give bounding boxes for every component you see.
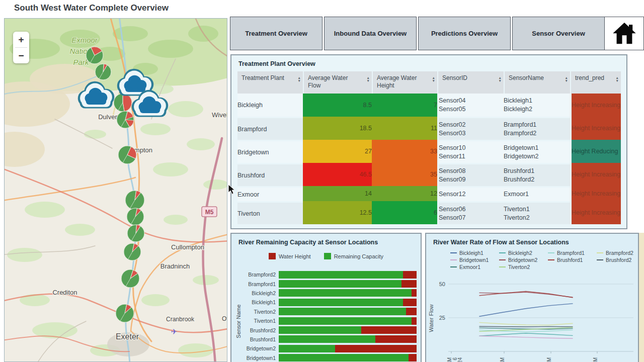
sensor-pie-marker[interactable] bbox=[127, 225, 144, 242]
column-header-treatment-plant[interactable]: ▲▼Treatment Plant bbox=[237, 71, 303, 94]
cell-sensor-names: Tiverton1Tiverton2 bbox=[504, 201, 570, 224]
cell-sensor-names: Bridgetown1Bridgetown2 bbox=[504, 140, 570, 163]
flow-chart-plot: 255012 AMAug 62406 AM12 PM06 PMWater Flo… bbox=[427, 278, 638, 362]
table-row-exmoor: Exmoor1412Sensor12Exmoor1Height Increasi… bbox=[237, 186, 621, 201]
sensor-pie-marker[interactable] bbox=[114, 94, 132, 112]
cell-avg-water-flow: 8.5 bbox=[303, 94, 372, 117]
zoom-out-button[interactable]: − bbox=[13, 48, 29, 63]
svg-text:12 AM: 12 AM bbox=[447, 357, 452, 362]
legend-item-bridgetown2[interactable]: Bridgetown2 bbox=[499, 257, 548, 263]
capacity-bars: Brampford2Brampford1Bickleigh2Bickleigh1… bbox=[231, 270, 421, 362]
legend-line-swatch bbox=[499, 252, 506, 253]
flow-chart-panel: River Water Rate of Flow at Sensor Locat… bbox=[425, 233, 639, 362]
tab-inbound-data-overview[interactable]: Inbound Data Overview bbox=[324, 17, 417, 50]
column-header-sensorname[interactable]: ▲▼SensorName bbox=[504, 71, 570, 94]
tab-predictions-overview[interactable]: Predictions Overview bbox=[418, 17, 511, 50]
home-icon bbox=[611, 21, 637, 47]
nav-tabs: Treatment OverviewInbound Data OverviewP… bbox=[230, 17, 605, 50]
map-canvas[interactable]: ExmoorNationalParkDulvertonWiveliscombeB… bbox=[5, 19, 227, 362]
cell-avg-water-height: 6 bbox=[372, 201, 437, 224]
stacked-bar[interactable] bbox=[279, 271, 417, 279]
mouse-cursor bbox=[227, 184, 238, 196]
tab-treatment-overview[interactable]: Treatment Overview bbox=[230, 17, 323, 50]
line-series-bickleigh1 bbox=[479, 304, 573, 316]
legend-item-bickleigh1[interactable]: Bickleigh1 bbox=[450, 250, 499, 256]
sensor-pie-marker[interactable] bbox=[95, 64, 111, 80]
remaining-capacity-segment bbox=[279, 354, 409, 361]
capacity-y-axis-label: Sensor Name bbox=[235, 291, 242, 351]
sort-icon: ▲▼ bbox=[367, 76, 370, 82]
tab-sensor-overview[interactable]: Sensor Overview bbox=[512, 17, 605, 50]
capacity-chart-legend: Water HeightRemaining Capacity bbox=[231, 253, 421, 259]
page-title: South West Water Complete Overview bbox=[14, 3, 169, 13]
legend-line-swatch bbox=[499, 259, 506, 260]
stacked-bar[interactable] bbox=[279, 345, 417, 352]
legend-item-tiverton2[interactable]: Tiverton2 bbox=[499, 264, 548, 270]
column-header-average-water-height[interactable]: ▲▼Average Water Height bbox=[372, 71, 437, 94]
stacked-bar[interactable] bbox=[279, 299, 417, 306]
sort-icon: ▲▼ bbox=[298, 76, 301, 82]
cell-plant: Bridgetown bbox=[237, 140, 303, 163]
column-header-trend-pred[interactable]: ▲▼trend_pred bbox=[570, 71, 621, 94]
legend-item-brampford2[interactable]: Brampford2 bbox=[597, 250, 644, 256]
sensor-pie-marker[interactable] bbox=[116, 304, 134, 322]
bar-row-brushford1: Brushford1 bbox=[231, 335, 421, 344]
stacked-bar[interactable] bbox=[279, 354, 417, 361]
stacked-bar[interactable] bbox=[279, 308, 417, 315]
column-header-average-water-flow[interactable]: ▲▼Average Water Flow bbox=[303, 71, 372, 94]
legend-item-brushford2[interactable]: Brushford2 bbox=[597, 257, 644, 263]
home-button[interactable] bbox=[604, 17, 644, 50]
cell-plant: Bickleigh bbox=[237, 94, 303, 117]
legend-item-brushford1[interactable]: Brushford1 bbox=[548, 257, 597, 263]
legend-item-exmoor1[interactable]: Exmoor1 bbox=[450, 264, 499, 270]
cell-trend-pred: Height Reducing bbox=[570, 140, 621, 163]
sensor-pie-marker[interactable] bbox=[124, 243, 141, 260]
zoom-in-button[interactable]: + bbox=[13, 32, 29, 47]
svg-text:Water Flow: Water Flow bbox=[428, 304, 434, 332]
water-height-segment bbox=[406, 308, 417, 315]
sort-icon: ▲▼ bbox=[432, 76, 435, 82]
svg-text:24: 24 bbox=[457, 357, 463, 362]
remaining-capacity-segment bbox=[279, 335, 375, 343]
svg-text:M5: M5 bbox=[205, 209, 214, 216]
capacity-chart-panel: River Remaining Capacity at Sensor Locat… bbox=[230, 233, 422, 362]
cell-avg-water-height: 33 bbox=[372, 140, 437, 163]
bar-row-bridgetown1: Bridgetown1 bbox=[231, 353, 421, 362]
svg-text:25: 25 bbox=[439, 315, 445, 321]
legend-line-swatch bbox=[450, 266, 457, 267]
map-panel[interactable]: ExmoorNationalParkDulvertonWiveliscombeB… bbox=[4, 18, 227, 362]
cell-trend-pred: Height Increasing bbox=[570, 163, 621, 186]
bar-label: Brampford2 bbox=[231, 272, 279, 278]
sensor-pie-marker[interactable] bbox=[121, 269, 139, 288]
sort-icon: ▲▼ bbox=[565, 76, 568, 82]
svg-text:06 AM: 06 AM bbox=[500, 357, 505, 362]
map-label-bradninch: Bradninch bbox=[160, 262, 190, 270]
legend-item-bickleigh2[interactable]: Bickleigh2 bbox=[499, 250, 548, 256]
stacked-bar[interactable] bbox=[279, 317, 417, 325]
legend-item-brampford1[interactable]: Brampford1 bbox=[548, 250, 597, 256]
water-height-segment bbox=[375, 335, 417, 343]
legend-item-remaining-capacity: Remaining Capacity bbox=[324, 253, 383, 259]
treatment-panel-title: Treatment Plant Overview bbox=[231, 55, 626, 67]
cell-avg-water-flow: 14 bbox=[303, 186, 372, 201]
column-header-sensorid[interactable]: ▲▼SensorID bbox=[437, 71, 504, 94]
sensor-pie-marker[interactable] bbox=[125, 191, 144, 210]
stacked-bar[interactable] bbox=[279, 280, 417, 288]
line-series-bridgetown1 bbox=[479, 336, 573, 338]
map-label-wiveliscombe: Wiveliscombe bbox=[212, 111, 227, 119]
legend-line-swatch bbox=[548, 252, 554, 253]
stacked-bar[interactable] bbox=[279, 289, 417, 297]
sensor-pie-marker[interactable] bbox=[118, 146, 136, 164]
stacked-bar[interactable] bbox=[279, 335, 417, 343]
sensor-pie-marker[interactable] bbox=[86, 47, 103, 64]
stacked-bar[interactable] bbox=[279, 326, 417, 334]
remaining-capacity-segment bbox=[279, 289, 412, 297]
bar-row-brampford2: Brampford2 bbox=[231, 270, 421, 279]
remaining-capacity-segment bbox=[279, 308, 406, 315]
capacity-chart-title: River Remaining Capacity at Sensor Locat… bbox=[231, 234, 421, 246]
legend-item-bridgetown1[interactable]: Bridgetown1 bbox=[450, 257, 499, 263]
bar-row-brampford1: Brampford1 bbox=[231, 279, 421, 288]
sensor-pie-marker[interactable] bbox=[127, 208, 144, 225]
line-series-bickleigh2 bbox=[479, 333, 573, 336]
sensor-pie-marker[interactable] bbox=[117, 111, 134, 128]
